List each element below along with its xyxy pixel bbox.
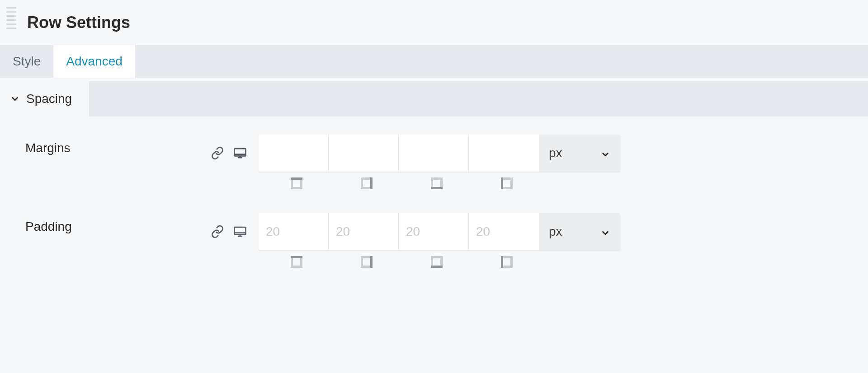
desktop-icon[interactable]: [233, 225, 247, 238]
section-row: Spacing: [0, 81, 868, 117]
margins-unit-label: px: [549, 146, 562, 160]
fields-area: Margins px: [0, 117, 868, 301]
link-icon[interactable]: [211, 225, 224, 238]
side-indicator-bottom-icon: [431, 177, 443, 189]
panel-title: Row Settings: [27, 13, 130, 32]
desktop-icon[interactable]: [233, 146, 247, 160]
margins-bottom-input[interactable]: [399, 135, 469, 172]
padding-label: Padding: [25, 213, 211, 234]
side-indicator-right-icon: [361, 177, 373, 189]
margins-top-input[interactable]: [259, 135, 329, 172]
padding-side-indicators: [211, 255, 843, 269]
padding-top-input[interactable]: [259, 213, 329, 250]
padding-bottom-input[interactable]: [399, 213, 469, 250]
chevron-down-icon: [10, 94, 20, 104]
side-indicator-top-icon: [291, 256, 302, 268]
field-row-margins: Margins px: [25, 135, 843, 191]
link-icon[interactable]: [211, 146, 224, 160]
side-indicator-top-icon: [291, 177, 302, 189]
padding-unit-select[interactable]: px: [539, 213, 620, 250]
tab-advanced[interactable]: Advanced: [53, 45, 135, 78]
section-spacing-label: Spacing: [26, 92, 72, 106]
drag-handle-icon[interactable]: [5, 0, 18, 36]
margins-left-input[interactable]: [469, 135, 539, 172]
margins-side-indicators: [211, 176, 843, 191]
section-spacing-header[interactable]: Spacing: [0, 81, 89, 117]
margins-right-input[interactable]: [329, 135, 399, 172]
tabs-bar: Style Advanced: [0, 45, 868, 81]
margins-unit-select[interactable]: px: [539, 135, 620, 172]
side-indicator-bottom-icon: [431, 256, 443, 268]
chevron-down-icon: [600, 148, 610, 158]
panel-header: Row Settings: [0, 0, 868, 45]
side-indicator-left-icon: [501, 177, 513, 189]
field-row-padding: Padding px: [25, 213, 843, 269]
padding-unit-label: px: [549, 224, 562, 239]
padding-left-input[interactable]: [469, 213, 539, 250]
padding-right-input[interactable]: [329, 213, 399, 250]
tab-style[interactable]: Style: [0, 45, 53, 78]
padding-input-strip: px: [259, 213, 620, 250]
margins-input-strip: px: [259, 135, 620, 172]
side-indicator-left-icon: [501, 256, 513, 268]
margins-controls: px: [211, 135, 843, 191]
side-indicator-right-icon: [361, 256, 373, 268]
margins-label: Margins: [25, 135, 211, 155]
chevron-down-icon: [600, 227, 610, 237]
padding-controls: px: [211, 213, 843, 269]
